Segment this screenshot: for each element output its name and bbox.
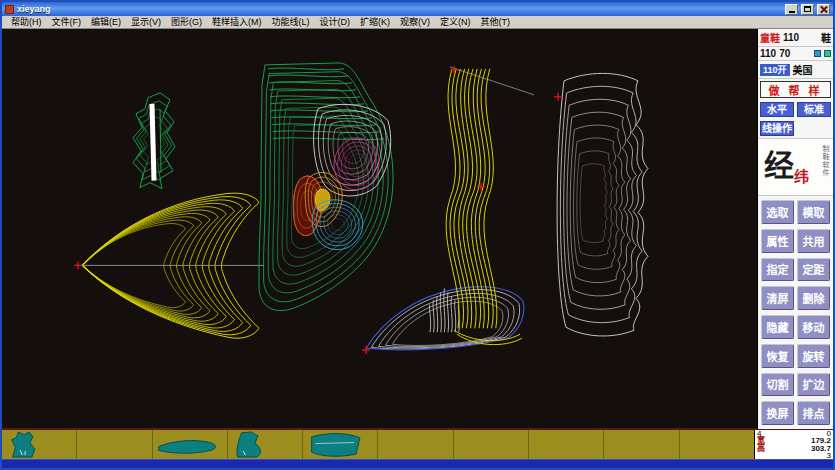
titlebar: xieyang	[2, 2, 833, 16]
app-icon	[5, 5, 14, 14]
make-upper-button[interactable]: 做 帮 样	[760, 81, 831, 98]
mode-row: 110开 美国	[758, 61, 833, 79]
dim-a-value: 110	[760, 48, 776, 59]
logo-caption: 制鞋软件	[820, 145, 830, 177]
menu-edit[interactable]: 编辑(E)	[87, 16, 125, 28]
tool-arrange-points-button[interactable]: 排点	[797, 401, 830, 425]
horizontal-button[interactable]: 水平	[760, 102, 794, 117]
main-area: 童鞋 110 鞋 110 70 110开 美国 做 帮 样 水平 标准 线操作	[2, 29, 833, 429]
pattern-thumbnail-strip	[2, 430, 755, 459]
dims-row: 110 70	[758, 47, 833, 61]
tool-delete-button[interactable]: 删除	[797, 286, 830, 310]
pattern-thumbnail[interactable]	[228, 430, 303, 459]
dim-b-value: 70	[779, 48, 790, 59]
tool-clear-screen-button[interactable]: 清屏	[761, 286, 794, 310]
minimize-icon	[789, 11, 795, 13]
minimize-button[interactable]	[785, 4, 798, 15]
menubar: 帮助(H) 文件(F) 编辑(E) 显示(V) 图形(G) 鞋样插入(M) 功能…	[2, 16, 833, 29]
tool-expand-edge-button[interactable]: 扩边	[797, 373, 830, 397]
logo-secondary-character: 纬	[794, 165, 809, 186]
tool-sample-button[interactable]: 模取	[797, 200, 830, 224]
menu-scale[interactable]: 扩缩(K)	[356, 16, 394, 28]
menu-graphics[interactable]: 图形(G)	[167, 16, 206, 28]
menu-observe[interactable]: 观察(V)	[396, 16, 434, 28]
pattern-thumbnail-empty[interactable]	[529, 430, 604, 459]
tool-cut-button[interactable]: 切割	[761, 373, 794, 397]
align-row: 水平 标准	[758, 100, 833, 119]
pattern-thumbnail[interactable]	[303, 430, 378, 459]
window-title: xieyang	[17, 3, 782, 15]
size-row: 童鞋 110 鞋	[758, 29, 833, 47]
pattern-thumbnail-empty[interactable]	[77, 430, 152, 459]
app-window: xieyang 帮助(H) 文件(F) 编辑(E) 显示(V) 图形(G) 鞋样…	[0, 0, 835, 470]
line-op-row: 线操作	[758, 119, 833, 138]
tool-restore-button[interactable]: 恢复	[761, 344, 794, 368]
maximize-icon	[804, 6, 811, 12]
line-operation-button[interactable]: 线操作	[760, 121, 794, 136]
standard-button[interactable]: 标准	[797, 102, 831, 117]
pattern-drawing	[2, 29, 757, 428]
design-canvas[interactable]	[2, 29, 757, 429]
menu-other[interactable]: 其他(T)	[477, 16, 515, 28]
tool-properties-button[interactable]: 属性	[761, 229, 794, 253]
menu-help[interactable]: 帮助(H)	[7, 16, 46, 28]
pattern-thumbnail-empty[interactable]	[680, 430, 754, 459]
pattern-thumbnail-empty[interactable]	[378, 430, 453, 459]
pattern-piece-heel-green[interactable]	[133, 93, 175, 189]
grade-icon[interactable]	[814, 50, 821, 57]
os-taskbar	[2, 459, 833, 468]
right-panel: 童鞋 110 鞋 110 70 110开 美国 做 帮 样 水平 标准 线操作	[757, 29, 833, 429]
tool-hide-button[interactable]: 隐藏	[761, 315, 794, 339]
thumb-sole-piece-icon	[153, 430, 227, 459]
tool-rotate-button[interactable]: 旋转	[797, 344, 830, 368]
pattern-piece-vamp-yellow[interactable]	[78, 193, 264, 338]
maximize-button[interactable]	[801, 4, 814, 15]
measure-icon[interactable]	[824, 50, 831, 57]
tool-assign-button[interactable]: 指定	[761, 258, 794, 282]
menu-file[interactable]: 文件(F)	[48, 16, 86, 28]
status-count-bottom: 3	[827, 452, 831, 459]
menu-function-line[interactable]: 功能线(L)	[268, 16, 314, 28]
size-value: 110	[783, 32, 799, 43]
pattern-thumbnail[interactable]	[153, 430, 228, 459]
pattern-thumbnail[interactable]	[2, 430, 77, 459]
thumb-upper-piece-icon	[228, 430, 302, 459]
menu-pattern-insert[interactable]: 鞋样插入(M)	[208, 16, 266, 28]
thumb-patch-piece-icon	[303, 430, 377, 459]
close-icon	[820, 6, 827, 13]
pattern-piece-quarter-gray[interactable]	[557, 73, 648, 336]
brand-logo: 经 纬 制鞋软件	[758, 138, 833, 196]
height-label: 高	[757, 445, 765, 452]
shoe-type-label: 童鞋	[760, 30, 780, 45]
menu-define[interactable]: 定义(N)	[436, 16, 475, 28]
tool-fixed-distance-button[interactable]: 定距	[797, 258, 830, 282]
coordinate-readout: 4 0 宽 179.2 高 303.7 3	[755, 430, 833, 459]
menu-view[interactable]: 显示(V)	[127, 16, 165, 28]
tool-share-button[interactable]: 共用	[797, 229, 830, 253]
pattern-piece-wavy-yellow[interactable]	[446, 67, 534, 345]
tool-switch-screen-button[interactable]: 换屏	[761, 401, 794, 425]
bottom-bar: 4 0 宽 179.2 高 303.7 3	[2, 429, 833, 459]
tool-select-button[interactable]: 选取	[761, 200, 794, 224]
pattern-thumbnail-empty[interactable]	[604, 430, 679, 459]
shoe-suffix-label: 鞋	[821, 30, 831, 45]
tool-move-button[interactable]: 移动	[797, 315, 830, 339]
logo-main-character: 经	[764, 141, 794, 185]
pattern-thumbnail-empty[interactable]	[454, 430, 529, 459]
close-button[interactable]	[817, 4, 830, 15]
menu-design[interactable]: 设计(D)	[316, 16, 355, 28]
thumb-boot-piece-icon	[2, 430, 76, 459]
size-system-button[interactable]: 110开	[760, 64, 790, 76]
region-label: 美国	[793, 62, 813, 77]
tool-button-grid: 选取 模取 属性 共用 指定 定距 清屏 删除 隐藏 移动 恢复 旋转 切割 扩…	[758, 196, 833, 429]
